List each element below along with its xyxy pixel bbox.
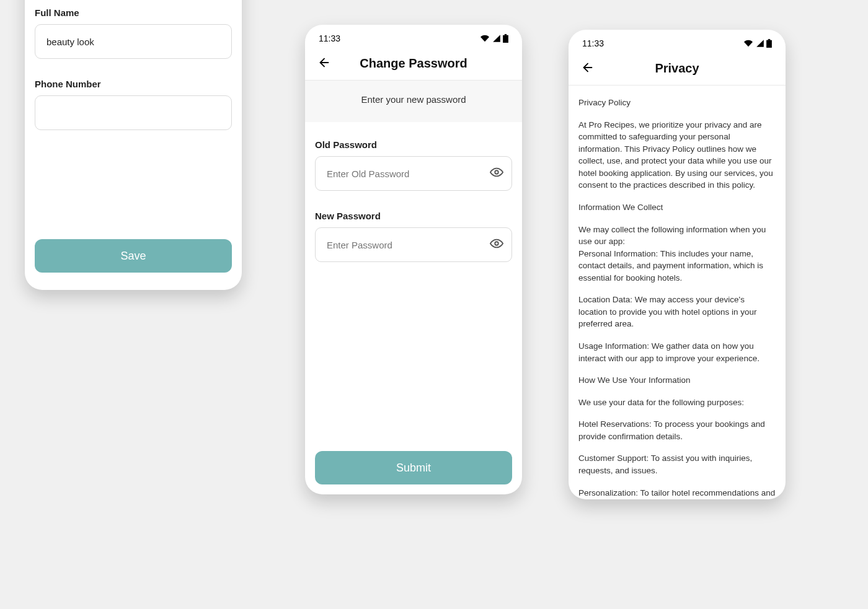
instruction-text: Enter your new password xyxy=(305,81,522,122)
policy-paragraph: Personalization: To tailor hotel recomme… xyxy=(578,487,776,499)
policy-heading: Privacy Policy xyxy=(578,97,776,109)
policy-paragraph: At Pro Recipes, we prioritize your priva… xyxy=(578,119,776,191)
status-bar: 11:33 xyxy=(305,30,522,47)
submit-button[interactable]: Submit xyxy=(315,451,512,484)
eye-icon xyxy=(490,237,503,250)
svg-rect-5 xyxy=(766,40,772,48)
policy-paragraph: We may collect the following information… xyxy=(578,224,776,284)
phone-privacy: 11:33 Privacy Privacy Policy At Pro Reci… xyxy=(569,30,786,499)
toggle-old-password-visibility[interactable] xyxy=(490,165,503,182)
new-password-label: New Password xyxy=(315,211,512,221)
battery-icon xyxy=(766,39,772,48)
svg-rect-1 xyxy=(505,34,507,35)
header: Privacy xyxy=(569,52,786,85)
svg-point-4 xyxy=(495,242,498,245)
arrow-left-icon xyxy=(317,56,331,69)
privacy-policy-body[interactable]: Privacy Policy At Pro Recipes, we priori… xyxy=(569,85,786,499)
profile-form: Full Name Phone Number xyxy=(25,0,242,130)
phone-change-password: 11:33 Change Password Enter your new pas… xyxy=(305,25,522,494)
header: Change Password xyxy=(305,47,522,81)
status-time: 11:33 xyxy=(582,38,604,48)
svg-point-3 xyxy=(495,170,498,174)
wifi-icon xyxy=(743,39,754,48)
eye-icon xyxy=(490,165,503,179)
back-button[interactable] xyxy=(578,58,597,79)
policy-paragraph: Customer Support: To assist you with inq… xyxy=(578,452,776,476)
wifi-icon xyxy=(479,34,490,43)
policy-paragraph: Hotel Reservations: To process your book… xyxy=(578,418,776,442)
phone-profile-edit: Full Name Phone Number Save xyxy=(25,0,242,290)
phone-number-input[interactable] xyxy=(35,95,232,130)
new-password-input[interactable] xyxy=(315,227,512,262)
policy-paragraph: We use your data for the following purpo… xyxy=(578,397,776,409)
toggle-new-password-visibility[interactable] xyxy=(490,237,503,253)
signal-icon xyxy=(755,39,765,48)
policy-heading: Information We Collect xyxy=(578,201,776,214)
arrow-left-icon xyxy=(581,61,595,74)
status-time: 11:33 xyxy=(319,33,340,43)
signal-icon xyxy=(492,34,502,43)
phone-number-label: Phone Number xyxy=(35,79,232,89)
password-form: Old Password New Password xyxy=(305,122,522,262)
policy-paragraph: Usage Information: We gather data on how… xyxy=(578,340,776,364)
status-icons xyxy=(479,34,508,43)
back-button[interactable] xyxy=(315,53,334,74)
svg-rect-0 xyxy=(503,35,508,43)
full-name-input[interactable] xyxy=(35,24,232,59)
full-name-label: Full Name xyxy=(35,7,232,18)
page-title: Change Password xyxy=(360,56,467,71)
status-icons xyxy=(743,39,772,48)
page-title: Privacy xyxy=(655,61,699,76)
battery-icon xyxy=(503,34,508,43)
status-bar: 11:33 xyxy=(569,35,786,52)
old-password-input[interactable] xyxy=(315,156,512,191)
svg-rect-6 xyxy=(768,39,771,40)
policy-heading: How We Use Your Information xyxy=(578,374,776,387)
save-button[interactable]: Save xyxy=(35,239,232,273)
old-password-label: Old Password xyxy=(315,139,512,150)
policy-paragraph: Location Data: We may access your device… xyxy=(578,294,776,330)
